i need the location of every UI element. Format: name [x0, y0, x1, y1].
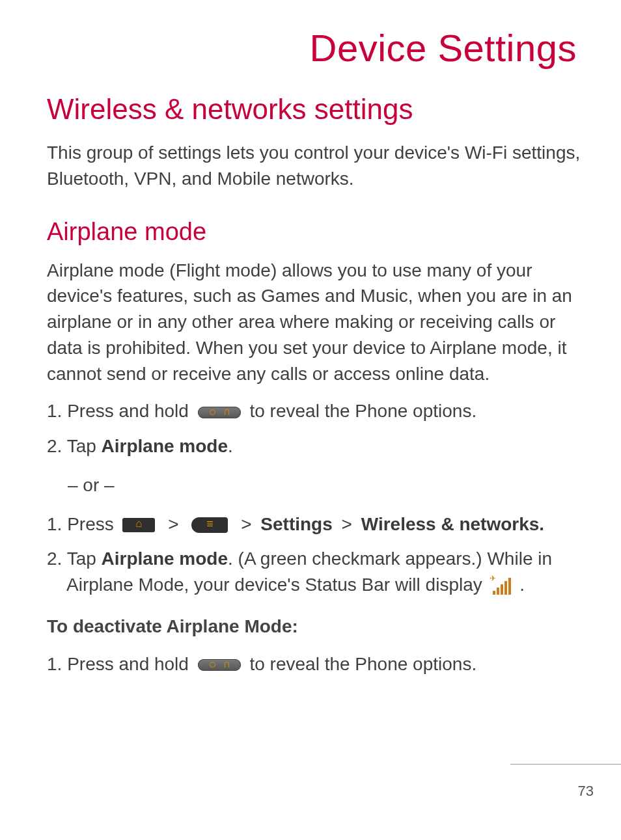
deactivate-heading: To deactivate Airplane Mode: [47, 614, 582, 640]
breadcrumb-separator: > [164, 514, 187, 534]
chapter-title: Device Settings [47, 26, 577, 70]
section-heading-airplane: Airplane mode [47, 218, 582, 246]
step-text: to reveal the Phone options. [249, 654, 476, 674]
airplane-mode-status-icon [491, 578, 511, 595]
breadcrumb-separator: > [338, 514, 361, 534]
method-b-step-2: 2. Tap Airplane mode. (A green checkmark… [47, 546, 582, 598]
step-text: . [519, 575, 525, 595]
step-text: to reveal the Phone options. [249, 401, 476, 421]
intro-paragraph: This group of settings lets you control … [47, 140, 582, 192]
step-text: 2. Tap [47, 436, 102, 456]
wireless-networks-label: Wireless & networks. [361, 514, 544, 534]
breadcrumb-separator: > [237, 514, 260, 534]
footer-rule [510, 764, 621, 765]
home-button-icon [122, 518, 155, 532]
method-b-step-1: 1. Press > > Settings > Wireless & netwo… [47, 511, 582, 537]
step-text: 1. Press and hold [47, 401, 194, 421]
page-number: 73 [578, 783, 594, 800]
or-separator: – or – [68, 472, 582, 498]
step-text: . [228, 436, 233, 456]
airplane-description: Airplane mode (Flight mode) allows you t… [47, 258, 582, 387]
airplane-mode-label: Airplane mode [102, 549, 228, 569]
power-lock-key-icon [198, 659, 241, 671]
menu-button-icon [191, 517, 228, 533]
method-a-step-1: 1. Press and hold to reveal the Phone op… [47, 398, 582, 424]
method-a-step-2: 2. Tap Airplane mode. [47, 433, 582, 459]
settings-label: Settings [260, 514, 332, 534]
power-lock-key-icon [198, 407, 241, 418]
section-heading-wireless: Wireless & networks settings [47, 93, 582, 126]
step-text: . (A green checkmark appears.) While in [228, 549, 552, 569]
step-text: Airplane Mode, your device's Status Bar … [66, 575, 488, 595]
deactivate-step-1: 1. Press and hold to reveal the Phone op… [47, 651, 582, 677]
manual-page: Device Settings Wireless & networks sett… [0, 0, 621, 677]
step-text: 1. Press and hold [47, 654, 194, 674]
airplane-mode-label: Airplane mode [102, 436, 228, 456]
step-text: 2. Tap [47, 549, 102, 569]
step-text: 1. Press [47, 514, 118, 534]
